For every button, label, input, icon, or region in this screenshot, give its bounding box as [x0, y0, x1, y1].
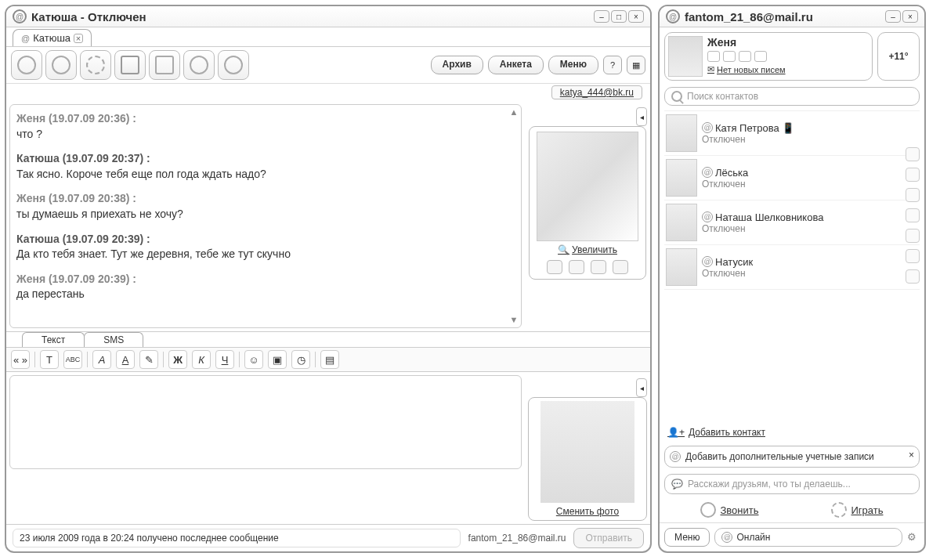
message-text: ты думаешь я приехать не хочу?: [16, 207, 515, 222]
grid-button[interactable]: ▦: [627, 56, 645, 74]
online-status[interactable]: @ Онлайн: [714, 528, 902, 547]
spellcheck-button[interactable]: ABC: [63, 350, 82, 369]
search-icon: [671, 91, 682, 102]
add-contact-link[interactable]: 👤+ Добавить контакт: [660, 422, 924, 443]
change-photo-link[interactable]: Сменить фото: [532, 506, 643, 517]
play-button[interactable]: Играть: [831, 502, 883, 518]
contact-status: Отключен: [702, 179, 918, 190]
side-icon-6[interactable]: [906, 249, 920, 263]
side-icon-2[interactable]: [906, 168, 920, 182]
app-icon: @: [666, 9, 680, 23]
bottom-menu-button[interactable]: Меню: [664, 528, 710, 547]
quote-button[interactable]: « »: [11, 350, 30, 369]
at-icon: @: [702, 211, 713, 222]
profile-icon-1[interactable]: [707, 51, 720, 62]
settings-icon[interactable]: ⚙: [907, 531, 920, 544]
close-tab-icon[interactable]: ×: [74, 34, 83, 43]
at-icon: @: [702, 256, 713, 267]
message-header: Женя (19.07.09 20:36) :: [16, 111, 515, 127]
avatar-action-2[interactable]: [569, 260, 584, 274]
side-toolbar: [906, 147, 920, 284]
message-history[interactable]: ▲ ▼ Женя (19.07.09 20:36) :что ?Катюша (…: [9, 104, 522, 328]
profile-button[interactable]: Анкета: [488, 56, 544, 74]
app-icon: @: [13, 9, 27, 23]
weather-widget[interactable]: +11°: [877, 32, 920, 81]
enlarge-link[interactable]: 🔍 Увеличить: [534, 244, 641, 255]
avatar-action-1[interactable]: [547, 260, 562, 274]
font-t-button[interactable]: T: [40, 350, 59, 369]
tool-globe-button[interactable]: [11, 50, 42, 80]
profile-card[interactable]: Женя ✉ Нет новых писем: [664, 32, 873, 81]
tool-share-button[interactable]: [80, 50, 111, 80]
scroll-up-icon[interactable]: ▲: [508, 107, 519, 118]
collapse-self-avatar-button[interactable]: ◂: [636, 378, 647, 397]
contact-window: @ fantom_21_86@mail.ru – × Женя: [658, 5, 926, 553]
message-text: да перестань: [16, 287, 515, 302]
contact-name: @ Натусик: [702, 256, 918, 268]
contact-item[interactable]: @ Наташа ШелковниковаОтключен: [664, 201, 920, 245]
status-input[interactable]: 💬 Расскажи друзьям, что ты делаешь...: [664, 474, 920, 494]
help-button[interactable]: ?: [603, 56, 622, 74]
search-contacts-input[interactable]: Поиск контактов: [664, 87, 920, 106]
archive-button[interactable]: Архив: [431, 56, 483, 74]
close-button[interactable]: ×: [628, 10, 644, 23]
add-accounts-box[interactable]: @ Добавить дополнительные учетные записи…: [664, 446, 920, 468]
contact-name: @ Катя Петрова 📱: [702, 122, 918, 134]
input-tab-sms[interactable]: SMS: [84, 332, 143, 347]
at-icon: @: [702, 167, 713, 178]
at-icon: @: [670, 451, 681, 462]
close-button[interactable]: ×: [902, 10, 918, 23]
tool-disc-button[interactable]: [45, 50, 77, 80]
input-tab-text[interactable]: Текст: [22, 332, 85, 347]
call-icon: [700, 502, 716, 518]
side-icon-7[interactable]: [906, 269, 920, 284]
message-text: Так ясно. Короче тебя еще пол года ждать…: [16, 167, 515, 182]
maximize-button[interactable]: □: [611, 10, 627, 23]
tv-button[interactable]: ▣: [268, 350, 287, 369]
italic-button[interactable]: К: [192, 350, 211, 369]
tool-note-button[interactable]: [149, 50, 180, 80]
side-icon-1[interactable]: [906, 147, 920, 161]
avatar-action-4[interactable]: [613, 260, 628, 274]
side-icon-4[interactable]: [906, 208, 920, 222]
minimize-button[interactable]: –: [885, 10, 901, 23]
profile-icon-3[interactable]: [739, 51, 751, 62]
add-contact-icon: 👤+: [667, 427, 685, 438]
close-accounts-icon[interactable]: ×: [909, 450, 914, 461]
highlight-button[interactable]: ✎: [139, 350, 158, 369]
message-text: что ?: [16, 127, 515, 143]
underline-button[interactable]: Ч: [215, 350, 234, 369]
tool-music-button[interactable]: [218, 50, 249, 80]
profile-icon-2[interactable]: [723, 51, 736, 62]
attach-button[interactable]: ▤: [320, 350, 339, 369]
clock-button[interactable]: ◷: [291, 350, 310, 369]
bold-button[interactable]: Ж: [168, 350, 187, 369]
contact-item[interactable]: @ Катя Петрова 📱Отключен: [664, 111, 920, 156]
contact-title: fantom_21_86@mail.ru: [685, 10, 885, 23]
call-button[interactable]: Звонить: [700, 502, 758, 518]
profile-name: Женя: [707, 36, 869, 49]
message-input[interactable]: [9, 375, 522, 469]
avatar-action-3[interactable]: [591, 260, 606, 274]
emoji-button[interactable]: ☺: [244, 350, 263, 369]
collapse-avatar-button[interactable]: ◂: [636, 107, 647, 126]
contact-item[interactable]: @ ЛёськаОтключен: [664, 156, 920, 201]
contact-list[interactable]: @ Катя Петрова 📱Отключен@ ЛёськаОтключен…: [664, 110, 920, 419]
font-style-button[interactable]: A: [92, 350, 111, 369]
tool-save-button[interactable]: [114, 50, 146, 80]
scroll-down-icon[interactable]: ▼: [508, 314, 519, 326]
contact-item[interactable]: @ НатусикОтключен: [664, 245, 920, 290]
tool-people-button[interactable]: [183, 50, 215, 80]
contact-email[interactable]: katya_444@bk.ru: [551, 85, 642, 99]
profile-icon-4[interactable]: [754, 51, 767, 62]
menu-button[interactable]: Меню: [548, 56, 598, 74]
contact-avatar: [537, 132, 638, 241]
font-color-button[interactable]: A: [116, 350, 135, 369]
side-icon-5[interactable]: [906, 229, 920, 243]
side-icon-3[interactable]: [906, 188, 920, 202]
minimize-button[interactable]: –: [594, 10, 609, 23]
no-mail-link[interactable]: ✉ Нет новых писем: [707, 64, 869, 74]
send-button[interactable]: Отправить: [573, 528, 644, 548]
chat-tab[interactable]: @ Катюша ×: [13, 29, 92, 46]
play-icon: [831, 502, 847, 518]
